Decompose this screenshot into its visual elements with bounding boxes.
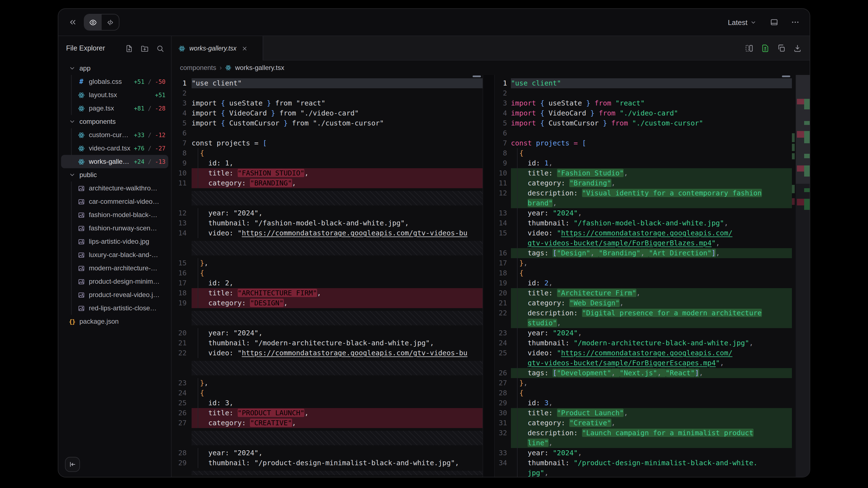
file-item-custom-curs[interactable]: custom-curs…+33 / -12 (61, 128, 168, 141)
preview-toggle-button[interactable] (85, 14, 102, 30)
react-file-icon (78, 91, 85, 99)
file-item-product-design-minim[interactable]: product-design-minim… (61, 275, 168, 288)
line-number: 22 (172, 348, 192, 358)
file-label: globals.css (89, 78, 122, 86)
code-line: 15 video: "https://commondatastorage.goo… (495, 228, 792, 238)
file-item-globals.css[interactable]: #globals.css+51 / -50 (61, 75, 168, 88)
file-item-fashion-model-black-[interactable]: fashion-model-black-… (61, 208, 168, 222)
breadcrumb-folder[interactable]: components (180, 64, 216, 72)
file-item-luxury-car-black-and-[interactable]: luxury-car-black-and-… (61, 248, 168, 261)
close-tab-button[interactable] (241, 44, 249, 53)
line-number: 19 (495, 278, 511, 288)
file-item-car-commercial-video[interactable]: car-commercial-video… (61, 195, 168, 208)
code-line: 23 year: "2024", (495, 328, 792, 338)
file-item-architecture-walkthro[interactable]: architecture-walkthro… (61, 182, 168, 195)
new-folder-button[interactable] (141, 44, 149, 53)
pane-divider[interactable] (483, 75, 495, 477)
search-files-button[interactable] (156, 44, 164, 53)
code-line: 5import { CustomCursor } from "./custom-… (172, 118, 483, 128)
css-file-icon: # (80, 78, 83, 86)
code-icon (106, 18, 115, 26)
code-line: 3import { useState } from "react" (172, 98, 483, 108)
panel-layout-button[interactable] (768, 15, 781, 29)
folder-item-components[interactable]: components (61, 115, 168, 128)
file-item-page.tsx[interactable]: page.tsx+81 / -28 (61, 102, 168, 115)
line-number: 19 (172, 298, 192, 308)
code-line: 13 thumbnail: "/fashion-model-black-and-… (172, 218, 483, 228)
code-line: 6 (495, 128, 792, 138)
line-number: 31 (495, 418, 511, 428)
file-label: fashion-model-black-… (89, 211, 157, 219)
file-item-red-lips-artistic-close[interactable]: red-lips-artistic-close… (61, 301, 168, 315)
file-item-package.json[interactable]: {}package.json (61, 315, 168, 328)
download-button[interactable] (792, 42, 803, 54)
code-line: 18 { (495, 268, 792, 278)
line-number: 7 (172, 138, 192, 148)
copy-icon (777, 43, 786, 53)
code-line: 27 }, (495, 378, 792, 388)
overview-deletion-mark (797, 99, 804, 104)
change-gutter (792, 75, 795, 477)
file-item-modern-architecture-[interactable]: modern-architecture-… (61, 261, 168, 275)
diff-file-button[interactable] (760, 42, 771, 54)
collapse-sidebar-button[interactable] (66, 15, 80, 29)
app-body: File Explorer app#globals.css+51 / -50 (58, 36, 810, 477)
split-diff-view-button[interactable] (744, 42, 755, 54)
code-line: 13 year: "2024", (495, 208, 792, 218)
file-explorer-sidebar: File Explorer app#globals.css+51 / -50 (58, 36, 172, 477)
diff-overview-ruler[interactable] (795, 75, 810, 477)
folder-item-public[interactable]: public (61, 168, 168, 182)
folder-item-app[interactable]: app (61, 62, 168, 75)
line-number: 6 (172, 128, 192, 138)
close-icon (242, 45, 248, 51)
code-line: 21 category: "Web Design", (495, 298, 792, 308)
code-line: 1"use client" (495, 78, 792, 88)
code-line: 4import { VideoCard } from "./video-card… (495, 108, 792, 118)
line-number: 17 (172, 278, 192, 288)
line-number: 21 (172, 338, 192, 348)
ellipsis-icon (791, 18, 800, 27)
file-item-works-galler[interactable]: works-galler…+24 / -13 (61, 155, 168, 168)
react-file-icon (78, 105, 85, 112)
code-line: 15 }, (172, 258, 483, 268)
folder-plus-icon (141, 44, 149, 53)
line-number: 23 (172, 378, 192, 388)
file-item-product-reveal-video.j[interactable]: product-reveal-video.j… (61, 288, 168, 301)
code-line: 1"use client" (172, 78, 483, 88)
collapse-file-explorer-button[interactable] (65, 457, 80, 472)
line-number: 12 (495, 188, 511, 198)
file-item-fashion-runway-scen[interactable]: fashion-runway-scen… (61, 222, 168, 235)
chevron-down-icon (69, 171, 75, 178)
file-label: page.tsx (89, 104, 114, 112)
copy-code-button[interactable] (776, 42, 787, 54)
arrow-bar-left-icon (69, 460, 76, 468)
file-explorer-header: File Explorer (58, 36, 171, 61)
version-selector[interactable]: Latest (724, 18, 760, 27)
code-line: gtv-videos-bucket/sample/ForBiggerEscape… (495, 358, 792, 368)
file-label: works-galler… (89, 158, 130, 165)
image-file-icon (78, 198, 85, 205)
scrollbar-thumb[interactable] (473, 75, 481, 77)
chevron-down-icon (69, 118, 75, 125)
line-number: 11 (495, 178, 511, 188)
scrollbar-thumb[interactable] (782, 75, 790, 77)
file-item-lips-artistic-video.jpg[interactable]: lips-artistic-video.jpg (61, 235, 168, 248)
overview-addition-mark (804, 165, 810, 176)
code-line: 24 { (172, 388, 483, 398)
file-plus-icon (125, 44, 133, 53)
more-options-button[interactable] (788, 15, 802, 29)
tab-works-gallery[interactable]: works-gallery.tsx (172, 36, 263, 61)
file-item-layout.tsx[interactable]: layout.tsx+51 (61, 88, 168, 102)
code-toggle-button[interactable] (102, 14, 119, 30)
new-file-button[interactable] (125, 44, 133, 53)
line-number: 16 (172, 268, 192, 278)
file-item-video-card.tsx[interactable]: video-card.tsx+76 / -27 (61, 141, 168, 155)
code-line: 20 title: "Architecture Firm", (495, 288, 792, 298)
code-line: 31 category: "Creative", (495, 418, 792, 428)
file-label: lips-artistic-video.jpg (89, 238, 149, 246)
overview-deletion-mark (797, 165, 804, 171)
line-number: 9 (172, 158, 192, 168)
eye-icon (89, 18, 97, 26)
code-line: 12 year: "2024", (172, 208, 483, 218)
code-line: jpg", (495, 468, 792, 477)
